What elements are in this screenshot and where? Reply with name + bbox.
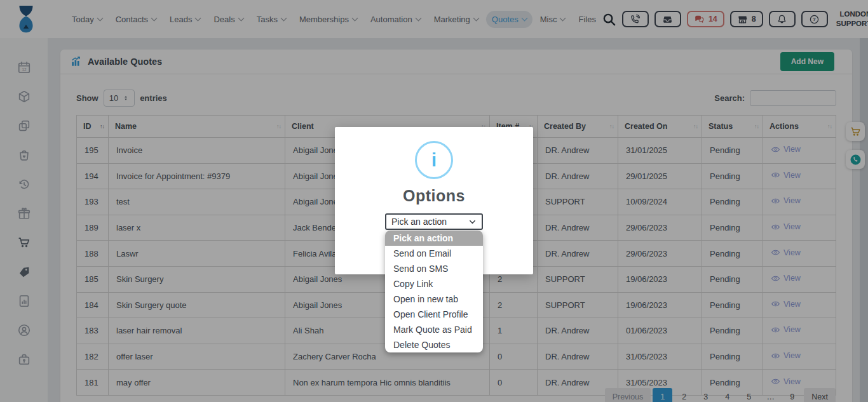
app-window: TodayContactsLeadsDealsTasksMembershipsA… (0, 0, 868, 402)
option-delete-quotes[interactable]: Delete Quotes (385, 337, 483, 352)
action-select-value: Pick an action (391, 217, 447, 227)
action-dropdown: Pick an actionSend on EmailSend on SMSCo… (385, 231, 483, 352)
option-copy-link[interactable]: Copy Link (385, 276, 483, 291)
option-open-client-profile[interactable]: Open Client Profile (385, 307, 483, 322)
info-glyph: i (431, 150, 437, 171)
option-send-on-sms[interactable]: Send on SMS (385, 261, 483, 276)
option-pick-an-action[interactable]: Pick an action (385, 231, 483, 246)
option-open-in-new-tab[interactable]: Open in new tab (385, 291, 483, 307)
option-send-on-email[interactable]: Send on Email (385, 246, 483, 261)
action-select[interactable]: Pick an action (385, 213, 483, 230)
option-mark-quote-as-paid[interactable]: Mark Quote as Paid (385, 322, 483, 337)
chevron-down-icon (468, 218, 477, 226)
info-icon: i (415, 141, 453, 179)
modal-title: Options (335, 187, 533, 205)
